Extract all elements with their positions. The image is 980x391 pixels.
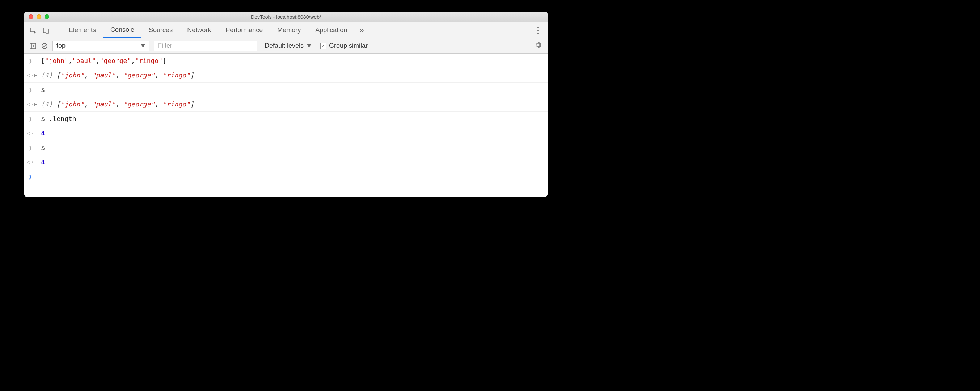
tabstrip-right <box>523 26 547 35</box>
divider <box>527 26 527 35</box>
context-selector[interactable]: top ▼ <box>52 41 150 51</box>
console-output-row: <·▶(4) ["john", "paul", "george", "ringo… <box>24 68 547 83</box>
token: , <box>131 57 135 64</box>
input-marker-icon: ❯ <box>26 143 34 152</box>
spacer <box>34 172 41 173</box>
chevron-down-icon: ▼ <box>140 42 146 49</box>
input-marker-icon: ❯ <box>26 114 34 123</box>
token: "george" <box>123 71 155 79</box>
token: $_.length <box>41 115 76 122</box>
expand-icon[interactable]: ▶ <box>34 70 41 79</box>
tabstrip-left-icons <box>24 26 54 34</box>
expand-icon[interactable]: ▶ <box>34 99 41 108</box>
console-line: (4) ["john", "paul", "george", "ringo"] <box>41 99 545 109</box>
spacer <box>34 85 41 86</box>
inspect-icon[interactable] <box>29 26 37 34</box>
console-output-row: <·4 <box>24 155 547 169</box>
console-line: $_ <box>41 85 545 94</box>
more-tabs-icon[interactable]: » <box>354 26 369 35</box>
chevron-down-icon: ▼ <box>306 42 312 49</box>
token: $_ <box>41 86 49 93</box>
token: "george" <box>123 100 155 108</box>
token: , <box>84 100 92 108</box>
tab-application[interactable]: Application <box>308 22 354 38</box>
token: , <box>84 71 92 79</box>
kebab-menu-icon[interactable] <box>532 27 544 34</box>
titlebar: DevTools - localhost:8080/web/ <box>24 11 547 22</box>
spacer <box>34 56 41 57</box>
console-input-row: ❯["john","paul","george","ringo"] <box>24 54 547 68</box>
output-marker-icon: <· <box>26 128 34 138</box>
token: "paul" <box>72 57 96 64</box>
console-line: $_ <box>41 143 545 152</box>
tab-memory[interactable]: Memory <box>270 22 308 38</box>
group-similar-toggle[interactable]: ✓ Group similar <box>320 42 368 49</box>
console-line: 4 <box>41 157 545 167</box>
console-line: 4 <box>41 128 545 138</box>
token: (4) <box>41 71 56 79</box>
console-input-row: ❯$_ <box>24 140 547 155</box>
output-marker-icon: <· <box>26 157 34 167</box>
tabstrip: ElementsConsoleSourcesNetworkPerformance… <box>24 22 547 38</box>
console-output[interactable]: ❯["john","paul","george","ringo"]<·▶(4) … <box>24 54 547 197</box>
token: , <box>96 57 100 64</box>
tab-performance[interactable]: Performance <box>218 22 270 38</box>
token: "ringo" <box>162 100 190 108</box>
token: (4) <box>41 100 56 108</box>
tab-console[interactable]: Console <box>103 22 142 38</box>
console-input-row: ❯$_ <box>24 83 547 97</box>
device-toggle-icon[interactable] <box>42 26 50 34</box>
maximize-icon[interactable] <box>45 14 49 19</box>
token: , <box>154 71 162 79</box>
token: "paul" <box>92 100 115 108</box>
output-marker-icon: <· <box>26 99 34 109</box>
tab-network[interactable]: Network <box>180 22 218 38</box>
log-levels-selector[interactable]: Default levels ▼ <box>264 42 312 49</box>
window-controls <box>24 14 49 19</box>
spacer <box>34 114 41 115</box>
divider <box>57 26 58 35</box>
devtools-window: DevTools - localhost:8080/web/ ElementsC… <box>24 11 547 197</box>
console-line: ["john","paul","george","ringo"] <box>41 56 545 65</box>
clear-console-icon[interactable] <box>39 43 50 49</box>
token: [ <box>56 100 60 108</box>
settings-gear-icon[interactable] <box>531 41 545 50</box>
console-line[interactable] <box>41 172 545 181</box>
prompt-marker-icon: ❯ <box>26 172 34 181</box>
token: "ringo" <box>162 71 190 79</box>
input-marker-icon: ❯ <box>26 56 34 65</box>
tab-elements[interactable]: Elements <box>62 22 103 38</box>
spacer <box>34 157 41 159</box>
token: [ <box>41 57 45 64</box>
tabs: ElementsConsoleSourcesNetworkPerformance… <box>62 22 354 38</box>
console-output-row: <·▶(4) ["john", "paul", "george", "ringo… <box>24 97 547 112</box>
token: "paul" <box>92 71 115 79</box>
console-prompt-row: ❯ <box>24 169 547 184</box>
token: , <box>115 71 123 79</box>
filter-input[interactable] <box>154 41 257 51</box>
group-similar-label: Group similar <box>329 42 368 49</box>
console-line: (4) ["john", "paul", "george", "ringo"] <box>41 70 545 80</box>
output-marker-icon: <· <box>26 70 34 80</box>
token: [ <box>56 71 60 79</box>
toggle-drawer-icon[interactable] <box>27 43 39 49</box>
tab-sources[interactable]: Sources <box>142 22 180 38</box>
minimize-icon[interactable] <box>37 14 41 19</box>
input-marker-icon: ❯ <box>26 85 34 94</box>
close-icon[interactable] <box>29 14 33 19</box>
console-line: $_.length <box>41 114 545 123</box>
token: ] <box>190 100 194 108</box>
svg-rect-2 <box>46 29 49 33</box>
token: "john" <box>60 100 84 108</box>
token: , <box>115 100 123 108</box>
token: "john" <box>60 71 84 79</box>
token: ] <box>162 57 167 64</box>
checkbox-icon: ✓ <box>320 43 326 49</box>
svg-line-6 <box>43 44 46 48</box>
token: "ringo" <box>135 57 162 64</box>
spacer <box>34 128 41 129</box>
token: , <box>68 57 72 64</box>
token: 4 <box>41 158 45 166</box>
console-toolbar: top ▼ Default levels ▼ ✓ Group similar <box>24 38 547 54</box>
spacer <box>34 143 41 144</box>
